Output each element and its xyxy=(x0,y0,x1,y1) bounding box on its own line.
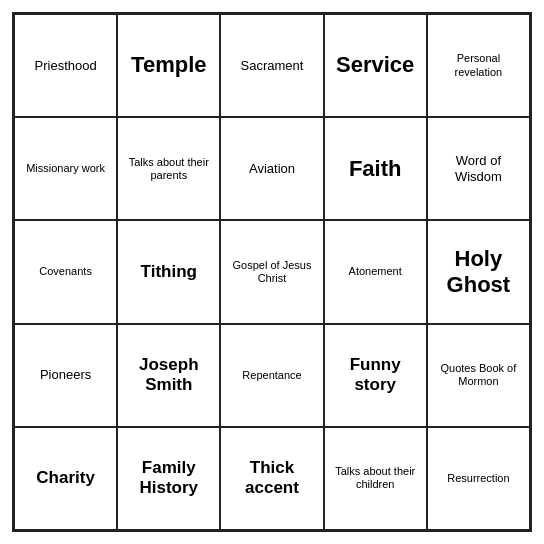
cell-3-1[interactable]: Joseph Smith xyxy=(117,324,220,427)
cell-3-3[interactable]: Funny story xyxy=(324,324,427,427)
cell-0-1[interactable]: Temple xyxy=(117,14,220,117)
cell-0-0[interactable]: Priesthood xyxy=(14,14,117,117)
cell-2-3[interactable]: Atonement xyxy=(324,220,427,323)
cell-3-2[interactable]: Repentance xyxy=(220,324,323,427)
cell-2-0[interactable]: Covenants xyxy=(14,220,117,323)
cell-4-3[interactable]: Talks about their children xyxy=(324,427,427,530)
cell-4-1[interactable]: Family History xyxy=(117,427,220,530)
cell-2-4[interactable]: Holy Ghost xyxy=(427,220,530,323)
cell-1-3[interactable]: Faith xyxy=(324,117,427,220)
bingo-grid: PriesthoodTempleSacramentServicePersonal… xyxy=(12,12,532,532)
cell-0-4[interactable]: Personal revelation xyxy=(427,14,530,117)
cell-1-2[interactable]: Aviation xyxy=(220,117,323,220)
cell-1-1[interactable]: Talks about their parents xyxy=(117,117,220,220)
cell-3-0[interactable]: Pioneers xyxy=(14,324,117,427)
cell-4-0[interactable]: Charity xyxy=(14,427,117,530)
cell-4-4[interactable]: Resurrection xyxy=(427,427,530,530)
cell-2-2[interactable]: Gospel of Jesus Christ xyxy=(220,220,323,323)
cell-3-4[interactable]: Quotes Book of Mormon xyxy=(427,324,530,427)
cell-4-2[interactable]: Thick accent xyxy=(220,427,323,530)
cell-2-1[interactable]: Tithing xyxy=(117,220,220,323)
cell-1-0[interactable]: Missionary work xyxy=(14,117,117,220)
cell-0-2[interactable]: Sacrament xyxy=(220,14,323,117)
cell-1-4[interactable]: Word of Wisdom xyxy=(427,117,530,220)
cell-0-3[interactable]: Service xyxy=(324,14,427,117)
